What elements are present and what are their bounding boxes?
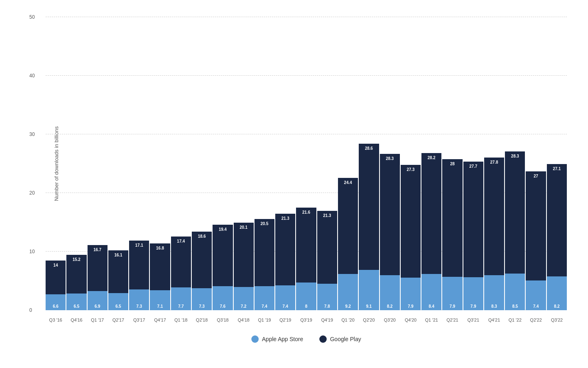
x-tick-label: Q1 '20 (338, 318, 358, 322)
bar-apple-label: 7.4 (255, 304, 274, 309)
bar-stack: 21.68 (296, 137, 316, 310)
bar-stack: 287.9 (442, 100, 462, 310)
x-tick-label: Q1 '22 (505, 318, 525, 322)
bar-apple: 7.3 (129, 289, 149, 310)
bar-stack: 20.17.2 (234, 150, 254, 310)
google-legend-dot (319, 335, 327, 343)
bar-stack: 21.37.8 (317, 140, 337, 310)
bar-google: 15.2 (66, 255, 86, 294)
x-tick-label: Q1 '21 (421, 318, 441, 322)
bar-stack: 27.77.9 (463, 101, 483, 310)
legend: Apple App Store Google Play (251, 335, 361, 343)
bar-group: 27.18.2 (547, 17, 567, 310)
bar-group: 28.38.5 (505, 17, 525, 310)
bar-apple-label: 8.2 (380, 304, 400, 309)
y-tick-label: 0 (29, 307, 32, 313)
y-tick-label: 10 (29, 249, 35, 254)
bar-group: 146.6 (46, 17, 66, 310)
bar-group: 17.47.7 (171, 17, 191, 310)
bar-google: 18.6 (192, 232, 212, 288)
bar-apple-label: 8.5 (505, 304, 525, 309)
bar-google: 21.3 (317, 211, 337, 284)
bar-apple: 7.6 (213, 286, 233, 310)
bar-google-label: 17.1 (129, 243, 149, 248)
bar-apple: 7.8 (317, 284, 337, 310)
apple-legend-label: Apple App Store (262, 336, 303, 342)
bar-group: 277.4 (526, 17, 546, 310)
bars-wrapper: 146.615.26.516.76.916.16.517.17.316.87.1… (46, 17, 567, 310)
bar-google: 14 (46, 261, 66, 294)
bar-apple: 7.2 (234, 287, 254, 310)
bar-google: 16.1 (108, 250, 128, 293)
x-tick-label: Q3'21 (463, 318, 483, 322)
bar-stack: 28.38.2 (380, 96, 400, 310)
x-tick-label: Q2'17 (108, 318, 128, 322)
bar-apple: 8.5 (505, 274, 525, 310)
bar-group: 17.17.3 (129, 17, 149, 310)
bar-google-label: 27.1 (547, 166, 567, 171)
bar-apple: 6.9 (88, 291, 108, 310)
x-tick-label: Q4'19 (317, 318, 337, 322)
bar-google: 19.4 (213, 225, 233, 286)
y-tick-label: 40 (29, 73, 35, 79)
bar-google-label: 15.2 (66, 257, 86, 262)
bar-google-label: 21.6 (296, 210, 316, 215)
x-tick-label: Q3'19 (296, 318, 316, 322)
bar-google-label: 24.4 (338, 180, 358, 185)
x-tick-label: Q4'16 (66, 318, 86, 322)
x-tick-label: Q3 '16 (46, 318, 66, 322)
bar-group: 21.68 (296, 17, 316, 310)
bar-stack: 28.69.1 (359, 89, 379, 310)
chart-area: Number of downloads in billions 146.615.… (46, 17, 567, 310)
google-legend-label: Google Play (330, 336, 361, 342)
bar-group: 16.87.1 (150, 17, 170, 310)
x-tick-label: Q2'22 (526, 318, 546, 322)
bar-group: 21.37.8 (317, 17, 337, 310)
bar-apple: 8.3 (484, 275, 504, 310)
bar-stack: 146.6 (46, 189, 66, 310)
bar-group: 20.17.2 (234, 17, 254, 310)
x-axis: Q3 '16Q4'16Q1 '17Q2'17Q3'17Q4'17Q1 '18Q2… (46, 318, 567, 322)
bar-stack: 19.47.6 (213, 152, 233, 310)
bar-google-label: 27 (526, 174, 546, 178)
chart-container: Number of downloads in billions 146.615.… (13, 9, 575, 359)
bar-apple-label: 6.5 (108, 304, 128, 309)
bar-google: 24.4 (338, 178, 358, 274)
bar-google: 27 (526, 171, 546, 280)
bar-apple: 7.7 (171, 287, 191, 310)
bar-google: 28.6 (359, 144, 379, 270)
bar-google: 27.7 (463, 162, 483, 277)
bar-google-label: 20.1 (234, 225, 254, 230)
bar-apple: 7.4 (255, 286, 274, 310)
bar-apple-label: 7.4 (275, 304, 295, 309)
bar-stack: 16.76.9 (88, 172, 108, 310)
bar-apple: 8 (296, 283, 316, 310)
bar-google-label: 17.4 (171, 239, 191, 243)
bar-group: 28.38.2 (380, 17, 400, 310)
bar-stack: 16.87.1 (150, 170, 170, 310)
bar-stack: 17.47.7 (171, 163, 191, 310)
x-tick-label: Q3'20 (380, 318, 400, 322)
apple-legend-dot (251, 335, 259, 343)
bar-apple-label: 6.5 (66, 304, 86, 309)
bar-stack: 16.16.5 (108, 178, 128, 310)
bar-google: 16.8 (150, 243, 170, 291)
bar-apple-label: 7.3 (129, 304, 149, 309)
bar-stack: 21.37.4 (275, 142, 295, 310)
bar-google-label: 28.3 (380, 156, 400, 161)
x-tick-label: Q3'17 (129, 318, 149, 322)
bar-apple-label: 7.2 (234, 304, 254, 309)
bar-google: 21.6 (296, 208, 316, 283)
bar-google: 28.3 (380, 154, 400, 275)
bar-group: 21.37.4 (275, 17, 295, 310)
bar-apple: 7.9 (442, 277, 462, 310)
bar-group: 27.77.9 (463, 17, 483, 310)
bar-stack: 28.28.4 (421, 96, 441, 310)
x-tick-label: Q1 '19 (255, 318, 274, 322)
bar-apple-label: 7.3 (192, 304, 212, 309)
bar-google-label: 18.6 (192, 234, 212, 239)
bar-google: 28.3 (505, 151, 525, 274)
bar-apple: 7.3 (192, 288, 212, 310)
bar-group: 15.26.5 (66, 17, 86, 310)
bar-group: 18.67.3 (192, 17, 212, 310)
